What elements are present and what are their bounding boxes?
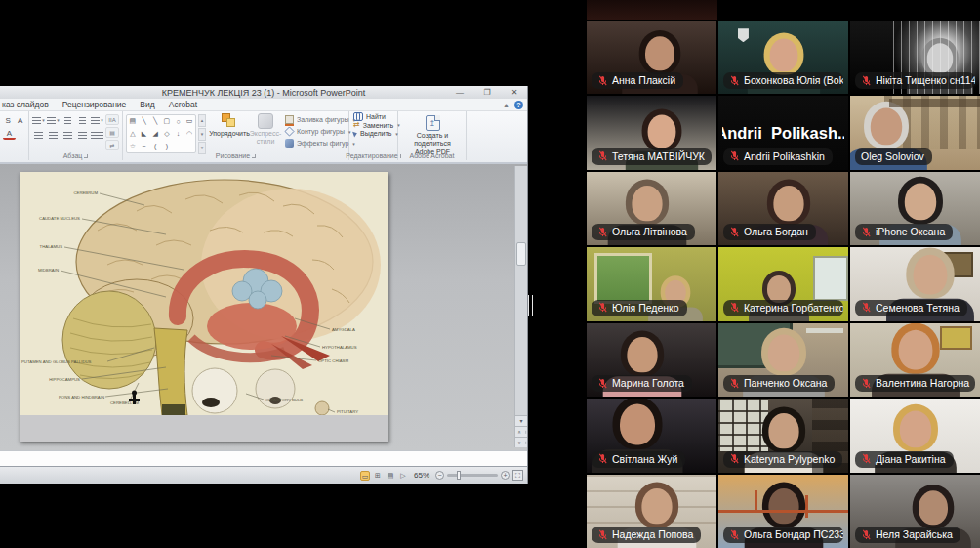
line-spacing-button[interactable]: ▾ (91, 114, 103, 126)
shape-icon[interactable]: ▭ (184, 115, 195, 128)
shape-icon[interactable]: ◣ (139, 128, 150, 141)
shape-icon[interactable]: ▤ (127, 115, 139, 128)
participant-tile[interactable]: Andrii Polikash...Andrii Polikashkin (718, 96, 848, 169)
scrollbar-thumb[interactable] (516, 242, 526, 266)
participant-tile[interactable]: Марина Голота (587, 323, 716, 397)
shape-icon[interactable]: ○ (173, 115, 184, 128)
shape-icon[interactable]: ↓ (173, 128, 184, 141)
participant-name: Бохонкова Юлія (Bok... (744, 74, 843, 86)
restore-button[interactable]: ❐ (480, 87, 494, 98)
previous-slide-button[interactable]: « (515, 426, 527, 437)
quick-styles-button[interactable]: Экспресс-стили (246, 113, 285, 156)
shape-gallery-scroll[interactable]: ▴▾▾ (198, 114, 206, 153)
slide-canvas[interactable]: CEREBRUM CAUDATE NUCLEUS THALAMUS MIDBRA… (20, 172, 388, 442)
shape-icon[interactable]: ◢ (149, 128, 161, 141)
shape-icon[interactable]: ◇ (161, 128, 173, 141)
reading-view-button[interactable]: ▤ (386, 471, 395, 481)
tab-view[interactable]: Вид (133, 100, 161, 109)
zoom-in-button[interactable]: + (501, 471, 510, 480)
participant-tile[interactable]: Ольга Літвінова (587, 172, 716, 245)
increase-indent-button[interactable] (76, 114, 89, 126)
bullets-button[interactable]: ▾ (32, 114, 45, 126)
participant-tile[interactable]: Діана Ракитіна (850, 399, 980, 472)
replace-button[interactable]: ⇄Заменить▾ (353, 121, 397, 129)
dialog-launcher-icon[interactable] (84, 154, 88, 158)
participant-tile[interactable]: Світлана Жуй (587, 399, 716, 472)
align-text-button[interactable]: ▤ (105, 127, 119, 138)
select-button[interactable]: Выделить▾ (353, 130, 397, 137)
participant-tile[interactable]: Семенова Тетяна (850, 247, 980, 320)
slideshow-button[interactable]: ▷ (398, 471, 408, 481)
participant-tile[interactable]: Нікіта Тищенко сн114 (850, 21, 980, 94)
tab-slideshow[interactable]: каз слайдов (0, 100, 56, 109)
align-center-button[interactable] (47, 129, 60, 141)
panel-resize-handle[interactable] (528, 295, 533, 316)
participant-tile[interactable]: Надежда Попова (587, 475, 716, 548)
justify-button[interactable] (76, 129, 89, 141)
participant-tile[interactable]: Панченко Оксана (718, 323, 848, 397)
notes-pane[interactable] (0, 450, 527, 466)
slide-sorter-button[interactable]: ⊞ (373, 471, 383, 481)
text-direction-button[interactable]: ІІА (105, 114, 119, 125)
participant-tile[interactable]: Тетяна МАТВІЙЧУК (587, 96, 716, 169)
font-color-button[interactable]: А (3, 129, 16, 140)
help-icon[interactable]: ? (514, 101, 523, 109)
vertical-scrollbar[interactable]: ▾ « » (514, 166, 527, 447)
tab-review[interactable]: Рецензирование (56, 100, 134, 109)
align-left-button[interactable] (32, 129, 45, 141)
participant-tile[interactable]: Валентина Нагорна (850, 323, 980, 397)
collapse-ribbon-icon[interactable]: ▲ (503, 102, 510, 108)
next-slide-button[interactable]: » (515, 437, 527, 447)
arrange-button[interactable]: Упорядочить (209, 113, 250, 156)
participant-tile[interactable]: Бохонкова Юлія (Bok... (718, 21, 848, 94)
participant-tile[interactable]: iPhone Оксана (850, 172, 980, 245)
participant-tile[interactable]: Неля Зарайська (850, 475, 980, 548)
shape-icon[interactable]: ( (149, 140, 161, 152)
numbering-button[interactable]: ▾ (47, 114, 60, 126)
participant-tile[interactable]: Анна Плаксій (587, 21, 716, 94)
participant-tile[interactable]: Ольга Бондар ПС233з... (718, 475, 848, 548)
scroll-down-icon[interactable]: ▾ (515, 415, 527, 426)
minimize-button[interactable]: — (453, 87, 467, 98)
fit-slide-button[interactable]: ⛶ (512, 470, 523, 481)
participant-name-tag: Семенова Тетяна (855, 300, 967, 316)
shape-outline-button[interactable]: Контур фигуры▾ (285, 127, 355, 136)
columns-button[interactable] (91, 129, 103, 141)
normal-view-button[interactable]: ▭ (360, 471, 370, 481)
create-pdf-button[interactable]: Создать и поделиться Adobe PDF (402, 113, 463, 156)
dialog-launcher-icon[interactable] (252, 154, 256, 158)
shape-icon[interactable]: △ (127, 128, 139, 141)
shape-icon[interactable]: ☆ (127, 140, 139, 152)
decrease-indent-button[interactable] (61, 114, 74, 126)
window-titlebar[interactable]: КРЕМЕНЧУК ЛЕКЦІЯ 23 (1) - Microsoft Powe… (0, 86, 527, 99)
participant-tile[interactable]: Oleg Soloviov (850, 96, 980, 169)
shape-fill-button[interactable]: Заливка фигуры▾ (285, 115, 355, 124)
shape-gallery[interactable]: ▤╲╲▢○▭△◣◢◇↓◠☆~() (126, 114, 196, 153)
smartart-convert-button[interactable]: ⇄ (105, 140, 119, 150)
text-shadow-button[interactable]: S (3, 114, 14, 126)
participants-grid: Анна ПлаксійБохонкова Юлія (Bok...Нікіта… (587, 21, 980, 548)
shape-icon[interactable]: ◠ (184, 128, 195, 141)
participant-tile[interactable]: Kateryna Pylypenko (718, 399, 848, 472)
participant-name: Тетяна МАТВІЙЧУК (612, 150, 705, 162)
zoom-slider[interactable] (447, 474, 498, 477)
shape-icon[interactable]: ▢ (161, 115, 173, 128)
shape-icon[interactable]: ╲ (149, 115, 161, 128)
participant-tile[interactable]: Юлія Педенко (587, 247, 716, 320)
zoom-slider-thumb[interactable] (457, 471, 461, 480)
label-putamen: PUTAMEN AND GLOBUS PALLIDUS (21, 359, 92, 364)
align-right-button[interactable] (61, 129, 74, 141)
zoom-out-button[interactable]: − (435, 471, 444, 480)
mic-muted-icon (597, 302, 608, 313)
participant-tile[interactable]: Катерина Горбатенко (718, 247, 848, 320)
shape-icon[interactable]: ) (161, 140, 173, 152)
shape-icon[interactable]: ╲ (139, 115, 150, 128)
shape-effects-button[interactable]: Эффекты фигур▾ (285, 139, 355, 148)
tab-acrobat[interactable]: Acrobat (162, 100, 204, 109)
participant-tile[interactable]: Ольга Богдан (718, 172, 848, 245)
close-button[interactable]: ✕ (508, 87, 521, 98)
change-case-button[interactable]: A (16, 114, 26, 126)
zoom-level[interactable]: 65% (414, 471, 429, 480)
shape-icon[interactable]: ~ (139, 140, 150, 152)
find-button[interactable]: Найти (353, 112, 397, 120)
